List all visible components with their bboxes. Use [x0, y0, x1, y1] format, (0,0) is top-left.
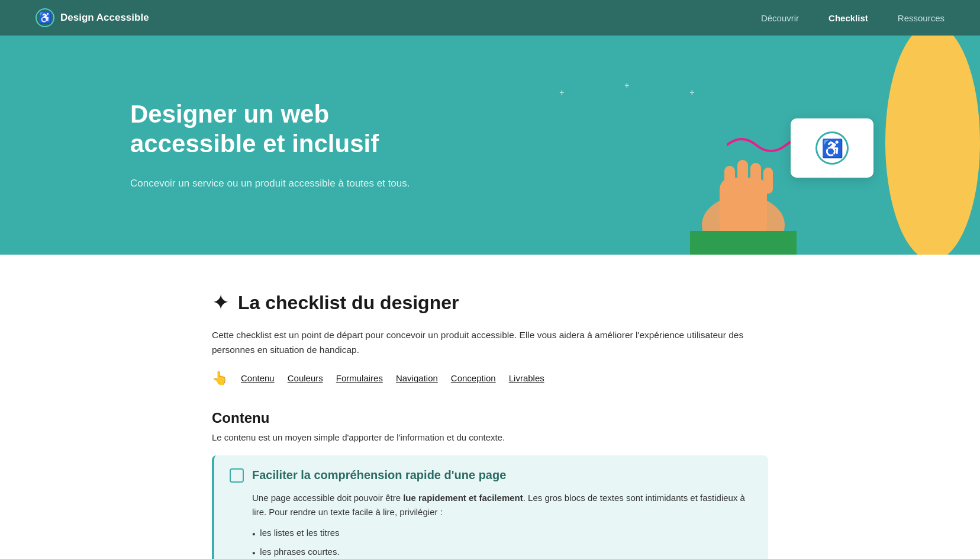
svg-point-0 [702, 195, 785, 255]
nav-link-decouvrir[interactable]: Découvrir [761, 13, 799, 23]
hero-illustration: + + + ♿ [441, 36, 980, 255]
main-content: ✦ La checklist du designer Cette checkli… [194, 255, 786, 559]
svg-rect-7 [763, 168, 773, 194]
svg-rect-4 [724, 166, 735, 195]
filter-contenu[interactable]: Contenu [241, 373, 275, 383]
filter-formulaires[interactable]: Formulaires [336, 373, 383, 383]
card-body-text: Une page accessible doit pouvoir être lu… [252, 491, 753, 521]
card-header: Faciliter la compréhension rapide d'une … [230, 468, 753, 483]
card-checkbox[interactable] [230, 468, 244, 483]
hero-section: Designer un web accessible et inclusif C… [0, 36, 980, 255]
checklist-heading: La checklist du designer [238, 292, 459, 314]
checklist-description: Cette checklist est un point de départ p… [212, 328, 744, 358]
svg-rect-1 [720, 178, 767, 237]
plus-decoration-3: + [689, 88, 694, 97]
list-item: les listes et les titres [252, 526, 753, 542]
svg-point-2 [690, 231, 797, 255]
plus-decoration-1: + [559, 88, 564, 97]
plus-decoration-2: + [624, 81, 629, 90]
contenu-section-title: Contenu [212, 410, 768, 426]
yellow-blob-decoration [885, 36, 980, 255]
nav-logo-text: Design Accessible [60, 12, 149, 24]
contenu-section: Contenu Le contenu est un moyen simple d… [212, 410, 768, 559]
sparkle-icon: ✦ [212, 290, 230, 315]
wavy-decoration [727, 130, 845, 160]
hero-text: Designer un web accessible et inclusif C… [130, 99, 410, 191]
filter-icon: 👆 [212, 371, 228, 386]
nav-link-ressources[interactable]: Ressources [898, 13, 944, 23]
hero-heading: Designer un web accessible et inclusif [130, 99, 410, 159]
hand-svg [678, 118, 808, 255]
nav-logo[interactable]: ♿ Design Accessible [36, 8, 149, 27]
filter-livrables[interactable]: Livrables [509, 373, 544, 383]
filter-conception[interactable]: Conception [451, 373, 496, 383]
nav-link-checklist[interactable]: Checklist [829, 13, 868, 23]
contenu-section-desc: Le contenu est un moyen simple d'apporte… [212, 432, 768, 442]
svg-rect-6 [750, 163, 761, 194]
checklist-section-title: ✦ La checklist du designer [212, 290, 768, 315]
list-item: les phrases courtes. [252, 545, 753, 559]
accessibility-badge-icon: ♿ [815, 131, 849, 165]
filter-navigation[interactable]: Navigation [396, 373, 438, 383]
card-title: Faciliter la compréhension rapide d'une … [252, 468, 506, 482]
hero-subtitle: Concevoir un service ou un produit acces… [130, 176, 410, 191]
svg-rect-3 [690, 231, 797, 255]
accessibility-icon: ♿ [36, 8, 54, 27]
nav-links: Découvrir Checklist Ressources [761, 13, 944, 23]
navbar: ♿ Design Accessible Découvrir Checklist … [0, 0, 980, 36]
checklist-card-comprehension: Faciliter la compréhension rapide d'une … [212, 455, 768, 559]
filter-nav: 👆 Contenu Couleurs Formulaires Navigatio… [212, 371, 768, 386]
filter-couleurs[interactable]: Couleurs [288, 373, 323, 383]
browser-card-inner: ♿ [791, 118, 873, 178]
card-list: les listes et les titres les phrases cou… [252, 526, 753, 559]
svg-rect-5 [737, 160, 748, 192]
card-body: Une page accessible doit pouvoir être lu… [230, 491, 753, 559]
